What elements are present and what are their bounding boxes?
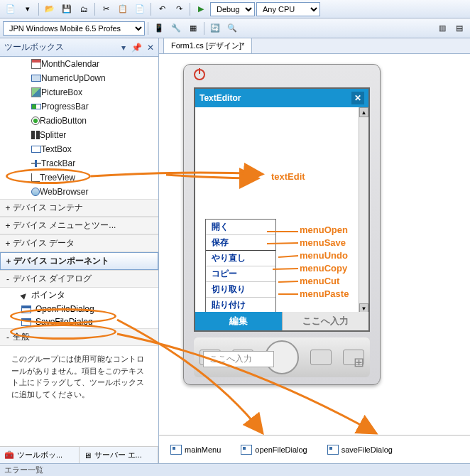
toolbox-item-treeview[interactable]: TreeView — [0, 171, 158, 185]
toolbox-category[interactable]: +デバイス データ — [0, 234, 158, 252]
device-btn3[interactable]: ▦ — [185, 21, 201, 36]
toolbox-item-icon — [31, 117, 40, 125]
toolbox-footer-tabs: 🧰ツールボッ... 🖥サーバー エ... — [0, 446, 158, 463]
layout-btn1[interactable]: ▥ — [435, 21, 450, 36]
footer-tab-toolbox[interactable]: 🧰ツールボッ... — [0, 447, 80, 463]
layout-btn2[interactable]: ▤ — [452, 21, 467, 36]
rotate-button[interactable]: 🔄 — [207, 21, 223, 36]
toolbox-item-icon — [21, 318, 31, 326]
config-select[interactable]: Debug — [210, 2, 255, 16]
toolbox-item-webbrowser[interactable]: WebBrowser — [0, 185, 158, 199]
expand-icon[interactable]: + — [3, 203, 13, 213]
power-icon — [194, 69, 205, 80]
toolbox-header: ツールボックス ▾ 📌 ✕ — [0, 38, 158, 57]
device-screen: TextEditor ✕ ▲ ▼ 開く保存やり直しコピー切り取り貼り付け 編集 — [194, 87, 370, 332]
designer-panel: Form1.cs [デザイン]* TextEditor ✕ ▲ ▼ — [159, 38, 470, 463]
toolbox-item-monthcalendar[interactable]: MonthCalendar — [0, 57, 158, 71]
toolbox-category[interactable]: +デバイス コンテナ — [0, 199, 158, 217]
start-button[interactable]: ▶ — [193, 1, 209, 17]
component-icon — [170, 445, 182, 455]
tray-mainmenu[interactable]: mainMenu — [170, 445, 221, 455]
toolbox-pin-icon[interactable]: 📌 — [131, 43, 142, 53]
expand-icon[interactable]: + — [3, 221, 13, 231]
soft-key-right[interactable]: ここへ入力 — [282, 312, 369, 330]
new-project-button[interactable]: 📄 — [3, 1, 18, 17]
menu-input-hint[interactable]: ここへ入力 — [203, 351, 274, 367]
device-select[interactable]: JPN Windows Mobile 6.5 Profes — [3, 21, 145, 36]
toolbox-body: MonthCalendarNumericUpDownPictureBoxProg… — [0, 57, 158, 446]
save-button[interactable]: 💾 — [59, 1, 75, 17]
hw-key — [310, 350, 332, 365]
device-emulator: TextEditor ✕ ▲ ▼ 開く保存やり直しコピー切り取り貼り付け 編集 — [183, 64, 381, 385]
toolbox-item-icon — [31, 146, 41, 153]
menu-item[interactable]: 保存 — [206, 235, 275, 251]
zoom-button[interactable]: 🔍 — [224, 21, 240, 36]
scroll-up-icon[interactable]: ▲ — [359, 107, 368, 117]
windows-logo-icon: ⊞ — [354, 355, 364, 370]
toolbox-item-radiobutton[interactable]: RadioButton — [0, 114, 158, 128]
tray-savefiledialog[interactable]: saveFileDialog — [327, 445, 393, 455]
soft-key-bar: 編集 ここへ入力 — [195, 312, 368, 330]
toolbox-category[interactable]: +デバイス コンポーネント — [0, 252, 158, 270]
menu-item[interactable]: 開く — [206, 220, 275, 235]
component-icon — [241, 445, 252, 455]
save-all-button[interactable]: 🗂 — [76, 1, 92, 17]
expand-icon[interactable]: - — [3, 332, 13, 342]
design-surface[interactable]: TextEditor ✕ ▲ ▼ 開く保存やり直しコピー切り取り貼り付け 編集 — [159, 54, 470, 435]
doc-tab-form1[interactable]: Form1.cs [デザイン]* — [163, 38, 252, 53]
copy-button[interactable]: 📋 — [115, 1, 131, 17]
toolbox-item-icon — [31, 188, 40, 196]
menu-item[interactable]: 切り取り — [206, 282, 275, 298]
undo-button[interactable]: ↶ — [154, 1, 170, 17]
platform-select[interactable]: Any CPU — [256, 2, 320, 16]
toolbox-item-icon — [31, 75, 41, 82]
toolbox-item-trackbar[interactable]: TrackBar — [0, 156, 158, 171]
toolbox-item-icon — [21, 305, 31, 313]
menu-item[interactable]: 貼り付け — [206, 298, 275, 313]
toolbox-item-icon — [31, 104, 41, 109]
paste-button[interactable]: 📄 — [132, 1, 148, 17]
toolbox-dropdown-icon[interactable]: ▾ — [121, 43, 126, 53]
device-btn1[interactable]: 📱 — [151, 21, 167, 36]
main-toolbar: 📄 ▾ 📂 💾 🗂 ✂ 📋 📄 ↶ ↷ ▶ Debug Any CPU — [0, 0, 470, 18]
dropdown-icon[interactable]: ▾ — [20, 1, 35, 17]
cut-button[interactable]: ✂ — [98, 1, 114, 17]
component-tray: mainMenu openFileDialog saveFileDialog — [159, 435, 470, 463]
toolbox-category[interactable]: -デバイス ダイアログ — [0, 270, 158, 288]
toolbox-item-icon — [31, 87, 41, 97]
close-icon[interactable]: ✕ — [351, 92, 364, 104]
menu-item[interactable]: やり直し — [206, 251, 275, 266]
status-bar: エラー一覧 — [0, 463, 470, 476]
toolbox-item-icon — [31, 173, 40, 182]
footer-tab-server[interactable]: 🖥サーバー エ... — [80, 447, 159, 463]
toolbox-close-icon[interactable]: ✕ — [147, 43, 154, 53]
toolbox-item-openfiledialog[interactable]: OpenFileDialog — [0, 303, 158, 315]
toolbox-item-picturebox[interactable]: PictureBox — [0, 85, 158, 99]
toolbox-item-ポインタ[interactable]: ポインタ — [0, 288, 158, 303]
expand-icon[interactable]: + — [3, 239, 13, 249]
context-menu: 開く保存やり直しコピー切り取り貼り付け — [205, 219, 276, 313]
form-titlebar: TextEditor ✕ — [195, 89, 368, 107]
vertical-scrollbar[interactable]: ▲ ▼ — [359, 107, 368, 313]
document-tabs: Form1.cs [デザイン]* — [159, 38, 470, 54]
toolbox-category[interactable]: +デバイス メニューとツー... — [0, 217, 158, 234]
toolbox-panel: ツールボックス ▾ 📌 ✕ MonthCalendarNumericUpDown… — [0, 38, 159, 463]
open-button[interactable]: 📂 — [42, 1, 58, 17]
menu-item[interactable]: コピー — [206, 266, 275, 282]
device-toolbar: JPN Windows Mobile 6.5 Profes 📱 🔧 ▦ 🔄 🔍 … — [0, 18, 470, 38]
toolbox-item-icon — [31, 59, 41, 69]
toolbox-title: ツールボックス — [4, 41, 64, 53]
soft-key-left[interactable]: 編集 — [195, 312, 282, 330]
toolbox-item-textbox[interactable]: TextBox — [0, 142, 158, 156]
toolbox-item-splitter[interactable]: Splitter — [0, 128, 158, 142]
toolbox-item-progressbar[interactable]: ProgressBar — [0, 99, 158, 114]
toolbox-empty-text: このグループには使用可能なコントロールがありません。項目をこのテキスト上にドラッ… — [0, 346, 158, 407]
expand-icon[interactable]: + — [4, 256, 13, 266]
device-btn2[interactable]: 🔧 — [168, 21, 184, 36]
toolbox-item-numericupdown[interactable]: NumericUpDown — [0, 71, 158, 85]
toolbox-item-savefiledialog[interactable]: SaveFileDialog — [0, 315, 158, 328]
redo-button[interactable]: ↷ — [171, 1, 187, 17]
toolbox-category-general[interactable]: -全般 — [0, 328, 158, 346]
expand-icon[interactable]: - — [3, 274, 13, 284]
tray-openfiledialog[interactable]: openFileDialog — [241, 445, 307, 455]
